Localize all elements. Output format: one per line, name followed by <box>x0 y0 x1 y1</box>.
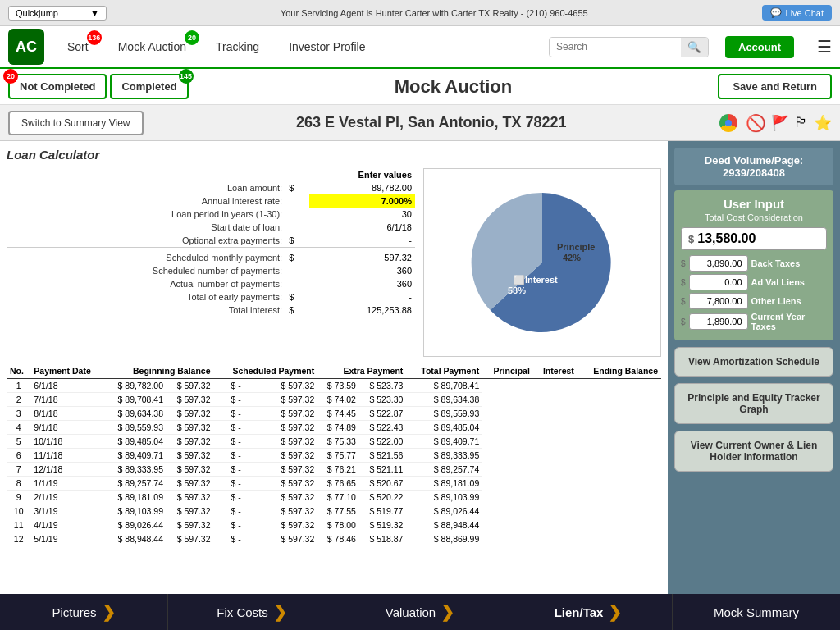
total-interest-label: Total interest: <box>7 304 285 317</box>
interest-chart-label: ⬜Interest <box>514 274 558 285</box>
owner-lien-button[interactable]: View Current Owner & Lien Holder Informa… <box>674 431 833 472</box>
cost-label: Current Year Taxes <box>751 312 827 331</box>
col-extra: Extra Payment <box>317 363 406 379</box>
live-chat-button[interactable]: 💬 Live Chat <box>762 5 832 21</box>
red-flag-icon[interactable]: 🚩 <box>771 114 789 132</box>
tracking-nav-item[interactable]: Tracking <box>209 37 266 57</box>
completed-button[interactable]: Completed 145 <box>110 74 188 99</box>
investor-profile-nav-item[interactable]: Investor Profile <box>282 37 372 57</box>
sort-nav-item[interactable]: Sort 136 <box>61 37 95 57</box>
chevron-icon: ❯ <box>273 602 287 622</box>
deed-value: 2939/208408 <box>681 167 827 179</box>
auction-title: Mock Auction <box>189 76 719 98</box>
col-begin: Beginning Balance <box>105 363 213 379</box>
chevron-icon: ❯ <box>608 602 622 622</box>
top-bar: Quickjump ▼ Your Servicing Agent is Hunt… <box>0 0 840 26</box>
account-button[interactable]: Account <box>725 36 794 58</box>
enter-values-header: Enter values <box>285 168 415 181</box>
chevron-icon: ❯ <box>441 602 454 622</box>
col-date: Payment Date <box>30 363 105 379</box>
interest-value[interactable]: 7.000% <box>309 194 415 208</box>
chat-icon: 💬 <box>770 7 782 18</box>
cost-amount: 0.00 <box>689 274 748 290</box>
total-interest-value: 125,253.88 <box>309 304 415 317</box>
loan-amount-label: Loan amount: <box>7 181 285 194</box>
bottom-nav-item-fixcosts[interactable]: Fix Costs❯ <box>168 594 336 630</box>
cost-amount: 1,890.00 <box>689 313 748 330</box>
no-entry-icon[interactable]: 🚫 <box>746 113 766 133</box>
total-cost-dollar: $ <box>688 233 694 245</box>
quickjump-dropdown[interactable]: Quickjump ▼ <box>8 6 107 21</box>
star-icon[interactable]: ⭐ <box>814 114 832 132</box>
main-content: Loan Calculator Enter values Loan amount… <box>0 141 840 594</box>
early-payments-label: Total of early payments: <box>7 290 285 304</box>
bottom-nav-item-valuation[interactable]: Valuation❯ <box>336 594 504 630</box>
calculator-container: Enter values Loan amount: $ 89,782.00 An… <box>7 168 661 357</box>
actual-payments-value: 360 <box>309 277 415 290</box>
loan-amount-value: 89,782.00 <box>309 181 415 194</box>
bottom-nav-item-mocksummary[interactable]: Mock Summary <box>673 594 840 630</box>
early-payments-dollar: $ <box>285 290 309 304</box>
bottom-nav-item-pictures[interactable]: Pictures❯ <box>0 594 168 630</box>
table-row: 16/1/18$ 89,782.00$ 597.32$ -$ 597.32$ 7… <box>7 379 661 393</box>
cost-label: Back Taxes <box>751 258 801 268</box>
extra-dollar: $ <box>285 234 309 248</box>
chrome-icon[interactable] <box>719 114 737 132</box>
pie-chart: ⬜Interest 58% Principle 42% <box>436 172 649 353</box>
table-row: 125/1/19$ 88,948.44$ 597.32$ -$ 597.32$ … <box>7 532 661 546</box>
col-scheduled: Scheduled Payment <box>214 363 318 379</box>
amortization-table: No. Payment Date Beginning Balance Sched… <box>7 363 661 546</box>
loan-amount-dollar: $ <box>285 181 309 194</box>
early-payments-value: - <box>309 290 415 304</box>
extra-value: - <box>309 234 415 248</box>
mock-auction-nav-item[interactable]: Mock Auction 20 <box>112 37 193 57</box>
total-interest-dollar: $ <box>285 304 309 317</box>
cost-dollar: $ <box>681 278 686 287</box>
table-row: 611/1/18$ 89,409.71$ 597.32$ -$ 597.32$ … <box>7 449 661 463</box>
num-payments-value: 360 <box>309 264 415 277</box>
live-chat-label: Live Chat <box>786 8 824 18</box>
save-return-button[interactable]: Save and Return <box>718 74 832 99</box>
hamburger-menu-icon[interactable]: ☰ <box>817 37 832 57</box>
completed-label: Completed <box>121 80 176 93</box>
cost-label: Ad Val Liens <box>751 277 805 287</box>
equity-tracker-button[interactable]: Principle and Equity Tracker Graph <box>674 383 833 424</box>
bottom-nav: Pictures❯Fix Costs❯Valuation❯Lien/Tax❯Mo… <box>0 594 840 630</box>
cost-dollar: $ <box>681 317 686 326</box>
not-completed-badge: 20 <box>3 69 18 84</box>
total-cost-value: 13,580.00 <box>697 231 756 246</box>
table-row: 712/1/18$ 89,333.95$ 597.32$ -$ 597.32$ … <box>7 463 661 477</box>
cost-amount: 7,800.00 <box>689 293 748 309</box>
table-row: 38/1/18$ 89,634.38$ 597.32$ -$ 597.32$ 7… <box>7 407 661 421</box>
col-total: Total Payment <box>406 363 482 379</box>
cost-row: $7,800.00Other Liens <box>681 293 827 309</box>
chevron-icon: ❯ <box>102 602 116 622</box>
bottom-nav-label: Lien/Tax <box>555 605 604 619</box>
cost-amount: 3,890.00 <box>689 255 748 272</box>
cost-row: $3,890.00Back Taxes <box>681 255 827 272</box>
bottom-nav-label: Pictures <box>52 605 96 619</box>
scheduled-payment-label: Scheduled monthly payment: <box>7 248 285 265</box>
completed-badge: 145 <box>179 69 194 84</box>
search-bar: 🔍 <box>549 37 709 57</box>
loan-calculator-title: Loan Calculator <box>7 148 661 162</box>
yellow-flag-icon[interactable]: 🏳 <box>794 114 809 131</box>
sort-badge: 136 <box>87 30 102 45</box>
logo: AC <box>8 29 44 65</box>
search-button[interactable]: 🔍 <box>681 38 708 57</box>
user-input-box: User Input Total Cost Consideration $ 13… <box>674 190 833 340</box>
summary-view-button[interactable]: Switch to Summary View <box>8 111 144 135</box>
amortization-schedule-button[interactable]: View Amortization Schedule <box>674 347 833 377</box>
bottom-nav-label: Fix Costs <box>217 605 268 619</box>
right-panel: Deed Volume/Page: 2939/208408 User Input… <box>668 141 840 594</box>
search-input[interactable] <box>550 38 681 56</box>
address-bar: Switch to Summary View 263 E Vestal Pl, … <box>0 105 840 141</box>
col-principal: Principal <box>482 363 533 379</box>
table-row: 92/1/19$ 89,181.09$ 597.32$ -$ 597.32$ 7… <box>7 491 661 504</box>
interest-label: Annual interest rate: <box>7 194 285 208</box>
cost-row: $0.00Ad Val Liens <box>681 274 827 290</box>
principle-pct: 42% <box>563 253 581 262</box>
not-completed-button[interactable]: 20 Not Completed <box>8 74 107 99</box>
bottom-nav-item-lientax[interactable]: Lien/Tax❯ <box>504 594 673 630</box>
col-interest: Interest <box>533 363 578 379</box>
